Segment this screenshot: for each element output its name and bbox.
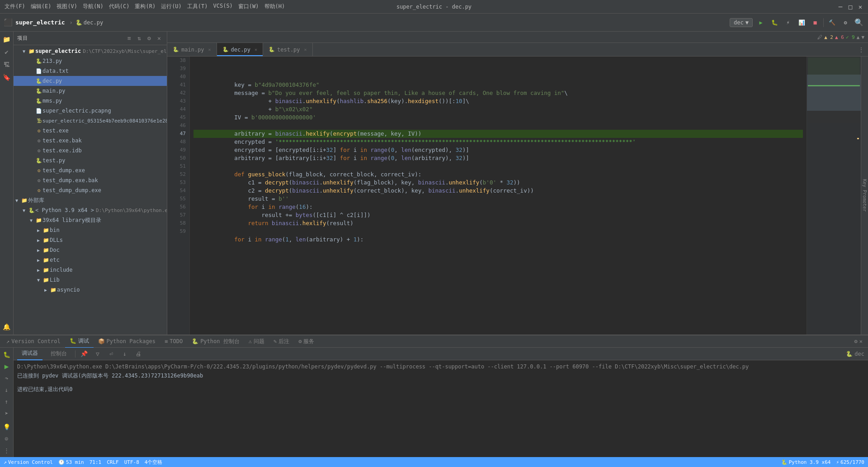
status-indent[interactable]: 4个空格 <box>145 459 163 466</box>
console-pin-icon[interactable]: 📌 <box>79 349 89 359</box>
tree-item-dlls[interactable]: ▶ 📁 DLLs <box>14 235 167 245</box>
settings-icon[interactable]: ⚙ <box>854 338 858 344</box>
more-debug-icon[interactable]: ⋮ <box>2 445 12 455</box>
tree-item-python39[interactable]: ▼ 🐍 < Python 3.9 x64 > D:\Python\39x64\p… <box>14 205 167 215</box>
bottom-panel-actions[interactable]: ⚙ ✕ <box>851 338 866 344</box>
tree-item-external[interactable]: ▼ 📁 外部库 <box>14 195 167 205</box>
tab-problems[interactable]: ⚠ 问题 <box>244 335 269 348</box>
menu-run[interactable]: 运行(U) <box>161 3 182 10</box>
expand-btn[interactable]: ⇅ <box>135 34 143 42</box>
sidebar-icon-commit[interactable]: ✔ <box>1 46 13 58</box>
tree-item-asyncio[interactable]: ▶ 📁 asyncio <box>14 285 167 295</box>
menu-edit[interactable]: 编辑(E) <box>31 3 52 10</box>
menu-nav[interactable]: 导航(N) <box>83 3 104 10</box>
debug-subtab-debugger[interactable]: 调试器 <box>17 348 42 360</box>
tree-item-mainpy[interactable]: 🐍 main.py <box>14 86 167 96</box>
minimap[interactable] <box>807 57 861 335</box>
file-tree-actions[interactable]: ≡ ⇅ ⚙ ✕ <box>125 34 163 42</box>
tab-decpy-close[interactable]: ✕ <box>255 47 257 52</box>
status-time[interactable]: 🕐 53 min <box>58 459 84 465</box>
status-position[interactable]: 71:1 <box>90 459 102 465</box>
close-btn[interactable]: ✕ <box>857 4 863 10</box>
tree-item-pcapng[interactable]: 📄 super_electric.pcapng <box>14 106 167 116</box>
search-everywhere-btn[interactable]: 🔍 <box>854 17 864 28</box>
menu-vcs[interactable]: VCS(S) <box>213 3 233 10</box>
debug-btn[interactable]: 🐛 <box>769 17 780 28</box>
tab-python-console[interactable]: 🐍 Python 控制台 <box>187 335 244 348</box>
tree-item-libdir[interactable]: ▼ 📁 39x64 library模目录 <box>14 215 167 225</box>
maximize-btn[interactable]: □ <box>847 4 854 10</box>
menu-tools[interactable]: 工具(T) <box>187 3 208 10</box>
tree-item-doc[interactable]: ▶ 📁 Doc <box>14 245 167 255</box>
recent-files-btn[interactable]: ⋮ <box>858 46 864 53</box>
tab-todo[interactable]: ≡ TODO <box>160 335 187 348</box>
tree-item-datatxt[interactable]: 📄 data.txt <box>14 66 167 76</box>
tree-item-zip[interactable]: 🗜 super_electric_05315e4b7eeb9c08410376e… <box>14 116 167 126</box>
sidebar-icon-bookmarks[interactable]: 🔖 <box>1 71 13 83</box>
status-progress[interactable]: ⚡ 625/1770 <box>836 459 864 465</box>
window-controls[interactable]: ─ □ ✕ <box>837 4 863 10</box>
minimize-btn[interactable]: ─ <box>837 4 844 10</box>
tree-item-testpy[interactable]: 🐍 test.py <box>14 156 167 165</box>
sidebar-icon-structure[interactable]: 🏗 <box>1 59 13 71</box>
tab-version-control[interactable]: ↗ Version Control <box>2 335 65 348</box>
coverage-btn[interactable]: ⚡ <box>783 17 793 28</box>
tab-mainpy-close[interactable]: ✕ <box>208 47 211 52</box>
tab-testpy[interactable]: 🐍 test.py ✕ <box>263 43 313 56</box>
menu-help[interactable]: 帮助(H) <box>264 3 285 10</box>
sidebar-icon-notifications[interactable]: 🔔 <box>1 321 13 333</box>
tab-annotations[interactable]: ✎ 后注 <box>269 335 294 348</box>
settings-btn[interactable]: ⚙ <box>840 17 851 28</box>
sidebar-icon-project[interactable]: 📁 <box>1 33 13 45</box>
wrap-icon[interactable]: ⏎ <box>106 349 116 359</box>
tab-python-packages[interactable]: 📦 Python Packages <box>94 335 160 348</box>
menu-file[interactable]: 文件(F) <box>5 3 25 10</box>
tree-item-bin[interactable]: ▶ 📁 bin <box>14 225 167 235</box>
print-icon[interactable]: 🖨 <box>133 349 143 359</box>
tab-testpy-close[interactable]: ✕ <box>304 47 307 52</box>
scroll-end-icon[interactable]: ↓ <box>120 349 130 359</box>
tree-item-include[interactable]: ▶ 📁 include <box>14 265 167 275</box>
tree-close-btn[interactable]: ✕ <box>155 34 163 42</box>
tree-item-testexebak[interactable]: ⚙ test.exe.bak <box>14 136 167 146</box>
filter-icon[interactable]: ▽ <box>93 349 103 359</box>
tab-decpy[interactable]: 🐍 dec.py ✕ <box>217 43 263 56</box>
step-into-icon[interactable]: ↓ <box>2 385 12 395</box>
run-config-selector[interactable]: dec ▼ <box>730 18 753 27</box>
menu-window[interactable]: 窗口(W) <box>238 3 259 10</box>
nav-down-btn[interactable]: ▼ <box>861 34 864 40</box>
tree-item-etc[interactable]: ▶ 📁 etc <box>14 255 167 265</box>
resume-icon[interactable]: ▶ <box>2 361 12 371</box>
minimap-slider[interactable] <box>807 75 861 111</box>
tree-item-mmspy[interactable]: 🐍 mms.py <box>14 96 167 106</box>
collapse-all-btn[interactable]: ≡ <box>125 34 133 42</box>
menu-code[interactable]: 代码(C) <box>109 3 130 10</box>
tree-settings-btn[interactable]: ⚙ <box>145 34 153 42</box>
menu-refactor[interactable]: 重构(R) <box>135 3 156 10</box>
evaluate-icon[interactable]: 💡 <box>2 422 12 432</box>
profile-btn[interactable]: 📊 <box>796 17 807 28</box>
status-git[interactable]: ↗ Version Control <box>4 459 53 465</box>
tree-item-testdumpexe[interactable]: ⚙ test_dump.exe <box>14 165 167 175</box>
debugger-tab-icon[interactable]: 🐛 <box>2 349 12 359</box>
mute-bp-icon[interactable]: ⊙ <box>2 434 12 443</box>
close-panel-btn[interactable]: ✕ <box>859 338 863 344</box>
step-out-icon[interactable]: ↑ <box>2 396 12 406</box>
menu-view[interactable]: 视图(V) <box>57 3 77 10</box>
run-btn[interactable]: ▶ <box>755 17 766 28</box>
step-over-icon[interactable]: ↷ <box>2 373 12 383</box>
tab-mainpy[interactable]: 🐍 main.py ✕ <box>167 43 217 56</box>
tree-item-testexeidb[interactable]: ⚙ test.exe.idb <box>14 146 167 156</box>
nav-up-btn[interactable]: ▲ <box>857 34 860 40</box>
tree-item-lib[interactable]: ▼ 📁 Lib <box>14 275 167 285</box>
tree-item-213py[interactable]: 🐍 213.py <box>14 56 167 66</box>
tree-item-decpy[interactable]: 🐍 dec.py <box>14 76 167 86</box>
tab-debug[interactable]: 🐛 调试 <box>65 335 94 348</box>
tab-services[interactable]: ⚙ 服务 <box>294 335 319 348</box>
status-crlf[interactable]: CRLF <box>107 459 119 465</box>
tree-item-testdumpbak[interactable]: ⚙ test_dump.exe.bak <box>14 175 167 185</box>
menu-bar[interactable]: 文件(F) 编辑(E) 视图(V) 导航(N) 代码(C) 重构(R) 运行(U… <box>5 3 285 10</box>
tree-item-testexe[interactable]: ⚙ test.exe <box>14 126 167 136</box>
stop-btn[interactable]: ■ <box>810 17 821 28</box>
tab-bar-actions[interactable]: ⋮ <box>854 43 868 56</box>
